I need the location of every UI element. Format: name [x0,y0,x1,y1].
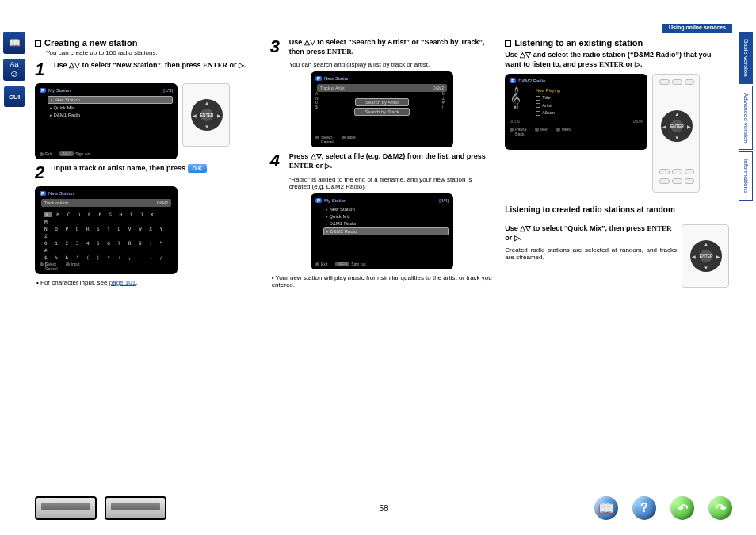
column-1: Creating a new station You can create up… [35,38,259,292]
illustration-1: PMy Station[1/3] New Station Quick Mix D… [35,83,259,159]
note-random: Created radio stations are selected at r… [505,246,677,261]
step-number: 1 [35,61,49,78]
step-3: 3 Use to select “Search by Artist” or “S… [270,38,494,56]
list-item: D&M1 Radio [323,220,449,227]
step-1: 1 Use to select “New Station”, then pres… [35,61,259,78]
section-title-listening: Listening to an existing station [505,38,729,48]
bullet-char-input: • For character input, see page 101. [36,279,259,286]
list-item: New Station [323,206,449,212]
option-search-track: Search by Track [354,108,409,116]
step-number: 4 [270,152,284,170]
nav-prev-button[interactable]: ↶ [670,496,694,520]
step-note: “Radio” is added to the end of a filenam… [289,176,494,190]
remote-dpad-2: ENTER▲▼◀▶ [682,224,729,288]
step-listen: Use and select the radio station (“D&M2 … [505,51,729,69]
device-thumbnails [35,496,166,520]
step-text: Use to select “New Station”, then press … [54,61,246,78]
step-text: Input a track or artist name, then press… [54,164,209,182]
gui-icon[interactable]: GUI [3,86,25,108]
subheading-random: Listening to created radio stations at r… [505,205,674,216]
right-tab-strip: Basic version Advanced version Informati… [739,32,753,202]
glossary-icon[interactable]: Aa☺ [3,59,25,81]
column-3: Listening to an existing station Use and… [505,38,729,292]
step-text: Use and select the radio station (“D&M2 … [505,51,729,69]
nav-buttons: 📖 ? ↶ ↷ [594,496,732,520]
column-2: 3 Use to select “Search by Artist” or “S… [270,38,494,292]
bullet-new-station: • Your new station will play music from … [272,274,494,289]
section-title-creating: Creating a new station [35,38,259,48]
nav-help-button[interactable]: ? [632,496,656,520]
list-item: D&M2 Radio [323,227,449,235]
music-note-icon: 𝄞 [510,86,521,117]
remote-dpad-tall: ENTER▲▼◀▶ [652,74,700,193]
screen-search: PNew Station Track or ArtistD&M2 A N 0 $… [311,71,453,147]
illustration-player: PD&M2 Radio 𝄞 Now Playing Title Artist A… [505,74,729,193]
device-thumb-2[interactable] [105,496,166,520]
screen-keyboard: PNew Station Track or ArtistD&M2 A B C D… [35,186,178,274]
device-thumb-1[interactable] [35,496,97,520]
illustration-3: PNew Station Track or ArtistD&M2 A N 0 $… [270,71,494,147]
breadcrumb: Using online services [662,24,732,33]
illustration-2: PNew Station Track or ArtistD&M2 A B C D… [35,186,259,274]
screen-my-station-4: PMy Station[4/4] New Station Quick Mix D… [311,193,453,269]
step-text: Press , select a file (e.g. D&M2) from t… [289,152,494,170]
section-sub: You can create up to 100 radio stations. [46,49,259,56]
illustration-quickmix: Use to select “Quick Mix”, then press EN… [505,224,729,288]
remote-dpad-1: ENTER▲▼◀▶ [182,83,230,147]
step-number: 3 [270,38,284,56]
screen-my-station-1: PMy Station[1/3] New Station Quick Mix D… [35,83,178,159]
option-search-artist: Search by Artist [355,98,409,106]
illustration-4: PMy Station[4/4] New Station Quick Mix D… [270,193,494,269]
step-note: You can search and display a list by tra… [289,61,494,68]
step-2: 2 Input a track or artist name, then pre… [35,164,259,182]
left-icon-sidebar: 📖 Aa☺ GUI [3,32,27,108]
main-content: Creating a new station You can create up… [35,38,729,292]
tab-advanced-version[interactable]: Advanced version [739,86,753,151]
screen-player: PD&M2 Radio 𝄞 Now Playing Title Artist A… [505,74,647,150]
link-page-101[interactable]: page 101 [109,279,136,286]
list-item: New Station [48,96,173,104]
tab-basic-version[interactable]: Basic version [739,32,753,84]
ok-badge-icon: O K [188,164,207,173]
list-item: Quick Mix [48,105,173,111]
list-item: Quick Mix [323,213,449,220]
step-4: 4 Press , select a file (e.g. D&M2) from… [270,152,494,170]
footer-bar: 58 📖 ? ↶ ↷ [35,492,732,524]
list-item: D&M1 Radio [48,112,173,118]
step-text: Use to select “Quick Mix”, then press EN… [505,224,677,243]
nav-book-button[interactable]: 📖 [594,496,618,520]
step-text: Use to select “Search by Artist” or “Sea… [289,38,494,56]
tab-informations[interactable]: Informations [739,151,753,201]
book-icon[interactable]: 📖 [3,32,25,54]
step-number: 2 [35,164,49,182]
nav-next-button[interactable]: ↷ [708,496,732,520]
page-number: 58 [379,504,388,513]
